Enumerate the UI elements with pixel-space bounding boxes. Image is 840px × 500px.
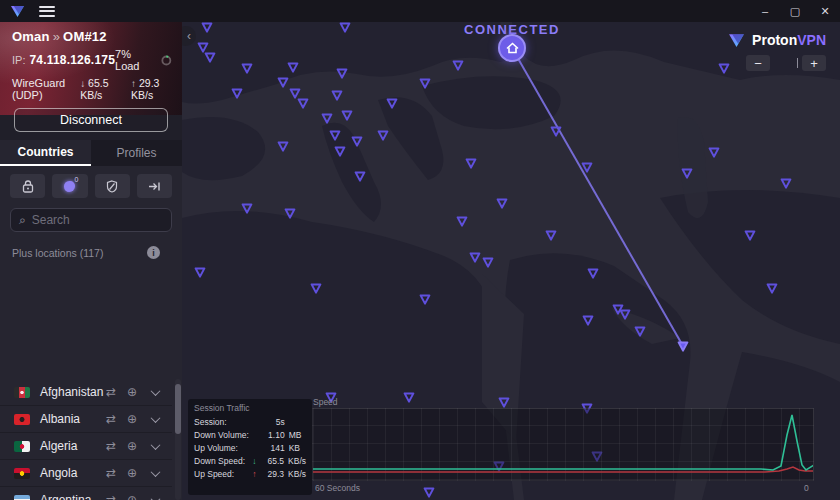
server-pin[interactable] <box>586 266 600 279</box>
country-name: Algeria <box>40 439 77 453</box>
streaming-globe-icon[interactable]: ⊕ <box>125 466 139 480</box>
server-pin[interactable] <box>335 66 349 79</box>
zoom-out-button[interactable]: − <box>746 55 770 71</box>
sidebar: Oman»OM#12 IP: 74.118.126.175 7% Load Wi… <box>0 22 182 500</box>
protocol: WireGuard (UDP) <box>12 77 80 101</box>
server-pin[interactable] <box>203 50 217 63</box>
speed-graph-xlabel: 60 Seconds <box>315 483 360 493</box>
chevron-down-icon[interactable] <box>146 410 164 428</box>
streaming-globe-icon[interactable]: ⊕ <box>125 412 139 426</box>
server-pin[interactable] <box>193 265 207 278</box>
plus-locations-header: Plus locations (117) <box>12 247 103 259</box>
server-pin[interactable] <box>309 281 323 294</box>
server-pin[interactable] <box>680 166 694 179</box>
server-pin[interactable] <box>286 60 300 73</box>
p2p-icon[interactable]: ⇄ <box>104 412 118 426</box>
server-pin[interactable] <box>497 395 511 408</box>
server-pin[interactable] <box>581 313 595 326</box>
server-pin[interactable] <box>333 144 347 157</box>
tab-profiles[interactable]: Profiles <box>91 140 182 166</box>
country-name: Afghanistan <box>40 385 103 399</box>
server-pin[interactable] <box>707 145 721 158</box>
server-pin[interactable] <box>200 22 214 33</box>
server-pin[interactable] <box>717 61 731 74</box>
port-forwarding-button[interactable] <box>137 174 172 198</box>
server-pin[interactable] <box>418 292 432 305</box>
server-pin[interactable] <box>765 281 779 294</box>
chevron-down-icon[interactable] <box>146 383 164 401</box>
server-pin[interactable] <box>276 139 290 152</box>
server-pin[interactable] <box>402 390 416 403</box>
server-pin[interactable] <box>240 201 254 214</box>
server-pin[interactable] <box>376 128 390 141</box>
server-pin[interactable] <box>296 96 310 109</box>
server-pin[interactable] <box>464 156 478 169</box>
server-pin[interactable] <box>330 88 344 101</box>
p2p-icon[interactable]: ⇄ <box>104 493 118 500</box>
server-pin[interactable] <box>328 128 342 141</box>
country-row[interactable]: Albania⇄⊕ <box>0 406 172 433</box>
server-pin[interactable] <box>338 22 352 33</box>
server-pin[interactable] <box>422 485 436 498</box>
server-pin[interactable] <box>418 76 432 89</box>
server-pin[interactable] <box>481 255 495 268</box>
server-pin[interactable] <box>350 134 364 147</box>
server-pin[interactable] <box>385 96 399 109</box>
kill-switch-button[interactable] <box>95 174 130 198</box>
chevron-down-icon[interactable] <box>146 437 164 455</box>
server-pin[interactable] <box>353 169 367 182</box>
server-pin[interactable] <box>779 176 793 189</box>
country-name: Albania <box>40 412 80 426</box>
server-pin[interactable] <box>580 160 594 173</box>
session-stat-row: Up Volume:141KB <box>194 442 306 455</box>
country-row[interactable]: Argentina⇄⊕ <box>0 487 172 500</box>
close-button[interactable]: ✕ <box>810 0 840 22</box>
search-input[interactable] <box>32 213 152 227</box>
server-pin[interactable] <box>320 111 334 124</box>
server-pin[interactable] <box>283 206 297 219</box>
disconnect-button[interactable]: Disconnect <box>14 108 168 132</box>
server-pin[interactable] <box>451 58 465 71</box>
p2p-icon[interactable]: ⇄ <box>104 439 118 453</box>
server-pin[interactable] <box>495 196 509 209</box>
p2p-icon[interactable]: ⇄ <box>104 385 118 399</box>
secure-core-button[interactable] <box>10 174 45 198</box>
country-name: Angola <box>40 466 77 480</box>
chevron-down-icon[interactable] <box>146 464 164 482</box>
server-pin[interactable] <box>618 307 632 320</box>
country-name: Argentina <box>40 493 91 500</box>
server-pin[interactable] <box>230 86 244 99</box>
server-pin[interactable] <box>743 228 757 241</box>
menu-icon[interactable] <box>39 6 55 17</box>
minimize-button[interactable]: – <box>750 0 780 22</box>
search-icon: ⌕ <box>19 214 26 226</box>
country-row[interactable]: Afghanistan⇄⊕ <box>0 379 172 406</box>
server-pin[interactable] <box>633 324 647 337</box>
upload-speed: ↑ 29.3 KB/s <box>131 77 172 101</box>
server-pin[interactable] <box>240 61 254 74</box>
country-row[interactable]: Algeria⇄⊕ <box>0 433 172 460</box>
country-row[interactable]: Angola⇄⊕ <box>0 460 172 487</box>
server-pin[interactable] <box>549 124 563 137</box>
p2p-icon[interactable]: ⇄ <box>104 466 118 480</box>
connected-server-pin[interactable] <box>676 339 690 352</box>
server-pin[interactable] <box>340 108 354 121</box>
session-stat-row: Session:5s <box>194 416 306 429</box>
server-pin[interactable] <box>468 250 482 263</box>
server-pin[interactable] <box>455 214 469 227</box>
zoom-in-button[interactable]: + <box>802 55 826 71</box>
scrollbar-thumb[interactable] <box>175 384 181 434</box>
streaming-globe-icon[interactable]: ⊕ <box>125 385 139 399</box>
netshield-button[interactable]: 0 <box>52 174 87 198</box>
map[interactable]: ‹ CONNECTED ProtonVPN − + <box>182 22 840 500</box>
server-pin[interactable] <box>544 228 558 241</box>
chevron-down-icon[interactable] <box>146 491 164 500</box>
streaming-globe-icon[interactable]: ⊕ <box>125 493 139 500</box>
maximize-button[interactable]: ▢ <box>780 0 810 22</box>
tab-countries[interactable]: Countries <box>0 140 91 166</box>
streaming-globe-icon[interactable]: ⊕ <box>125 439 139 453</box>
connection-server: Oman»OM#12 <box>12 29 172 44</box>
info-icon[interactable]: i <box>147 246 160 259</box>
home-pin[interactable] <box>498 34 526 62</box>
ip-address: 74.118.126.175 <box>29 53 115 67</box>
